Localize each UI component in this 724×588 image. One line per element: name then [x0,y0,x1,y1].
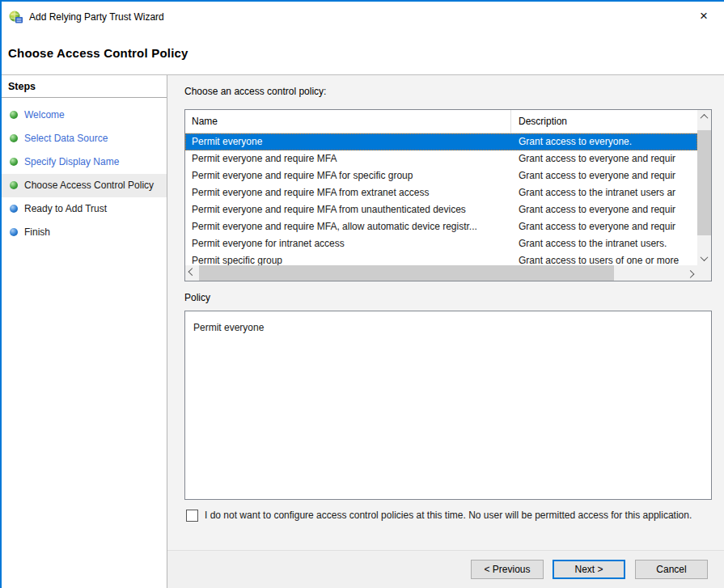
policy-description-cell: Grant access to everyone and requir [519,204,696,215]
table-row[interactable]: Permit everyone Grant access to everyone… [185,133,697,150]
policy-name-cell: Permit everyone and require MFA for spec… [192,170,509,181]
sidebar-item-choose-access-control-policy[interactable]: Choose Access Control Policy [2,174,167,197]
table-row[interactable]: Permit everyone and require MFA from ext… [185,184,697,201]
steps-heading: Steps [2,75,167,98]
column-header-description[interactable]: Description [519,116,567,127]
table-body: Permit everyone Grant access to everyone… [185,133,697,265]
step-label: Ready to Add Trust [24,203,107,214]
policy-name-cell: Permit specific group [192,255,509,265]
table-header[interactable]: Name Description [185,110,711,133]
close-icon[interactable]: × [690,4,718,28]
main-pane: Choose an access control policy: Name De… [167,75,724,588]
table-row[interactable]: Permit everyone and require MFA Grant ac… [185,150,697,167]
column-separator[interactable] [510,110,511,133]
sidebar-item-specify-display-name[interactable]: Specify Display Name [2,150,167,174]
horizontal-scrollbar[interactable] [185,265,697,281]
policy-preview-box: Permit everyone [184,311,712,500]
horizontal-scrollbar-thumb[interactable] [199,265,614,281]
cancel-button[interactable]: Cancel [635,560,708,579]
policy-description-cell: Grant access to everyone and requir [519,170,696,181]
window-title: Add Relying Party Trust Wizard [29,11,164,23]
steps-sidebar: Steps Welcome Select Data Source Specify… [2,75,167,588]
skip-policy-checkbox[interactable] [186,510,198,522]
scroll-right-icon[interactable] [684,265,697,281]
step-upcoming-icon [10,205,18,213]
policy-description-cell: Grant access to everyone and requir [519,153,696,164]
policy-name-cell: Permit everyone and require MFA, allow a… [192,221,509,232]
page-header: Choose Access Control Policy [2,32,724,75]
policy-preview-text: Permit everyone [193,322,264,333]
policy-description-cell: Grant access to users of one or more [519,255,696,265]
step-done-icon [10,158,18,166]
policy-name-cell: Permit everyone and require MFA from ext… [192,187,509,198]
policy-name-cell: Permit everyone [192,136,509,147]
policy-section-label: Policy [184,292,210,303]
next-button[interactable]: Next > [553,560,625,579]
skip-policy-checkbox-label: I do not want to configure access contro… [205,509,695,522]
policy-description-cell: Grant access to everyone. [519,136,696,147]
title-bar[interactable]: Add Relying Party Trust Wizard [2,2,722,32]
policy-description-cell: Grant access to the intranet users. [519,238,696,249]
step-label: Select Data Source [24,133,108,144]
sidebar-item-ready-to-add-trust[interactable]: Ready to Add Trust [2,197,167,221]
table-row[interactable]: Permit everyone for intranet access Gran… [185,235,697,252]
scroll-down-icon[interactable] [697,252,711,265]
step-label: Choose Access Control Policy [24,180,154,191]
step-label: Specify Display Name [24,156,119,167]
step-label: Welcome [24,109,65,121]
vertical-scrollbar[interactable] [697,110,711,265]
scrollbar-corner [697,265,711,281]
step-upcoming-icon [10,228,18,236]
access-control-policy-table: Name Description Permit everyone Grant a… [184,109,712,281]
wizard-window: Add Relying Party Trust Wizard × Choose … [0,0,724,588]
table-row[interactable]: Permit specific group Grant access to us… [185,252,697,265]
step-done-icon [10,111,18,119]
policy-list-label: Choose an access control policy: [184,86,326,97]
step-current-icon [10,181,18,189]
sidebar-item-welcome[interactable]: Welcome [2,104,167,127]
table-row[interactable]: Permit everyone and require MFA for spec… [185,167,697,184]
policy-name-cell: Permit everyone and require MFA [192,153,509,164]
policy-description-cell: Grant access to the intranet users ar [519,187,696,198]
skip-policy-checkbox-row[interactable]: I do not want to configure access contro… [186,509,695,522]
step-done-icon [10,134,18,142]
column-header-name[interactable]: Name [192,116,218,127]
policy-description-cell: Grant access to everyone and requir [519,221,696,232]
vertical-scrollbar-thumb[interactable] [697,130,711,235]
scroll-up-icon[interactable] [697,110,711,124]
table-row[interactable]: Permit everyone and require MFA, allow a… [185,218,697,235]
step-label: Finish [24,226,50,238]
policy-name-cell: Permit everyone for intranet access [192,238,509,249]
steps-list: Welcome Select Data Source Specify Displ… [2,104,167,244]
scroll-left-icon[interactable] [185,265,199,281]
sidebar-item-finish[interactable]: Finish [2,221,167,244]
previous-button[interactable]: < Previous [471,560,544,579]
sidebar-item-select-data-source[interactable]: Select Data Source [2,127,167,150]
adfs-app-icon [9,11,23,23]
policy-name-cell: Permit everyone and require MFA from una… [192,204,509,215]
table-row[interactable]: Permit everyone and require MFA from una… [185,201,697,218]
footer-bar: < Previous Next > Cancel [167,550,724,588]
page-title: Choose Access Control Policy [8,46,188,60]
